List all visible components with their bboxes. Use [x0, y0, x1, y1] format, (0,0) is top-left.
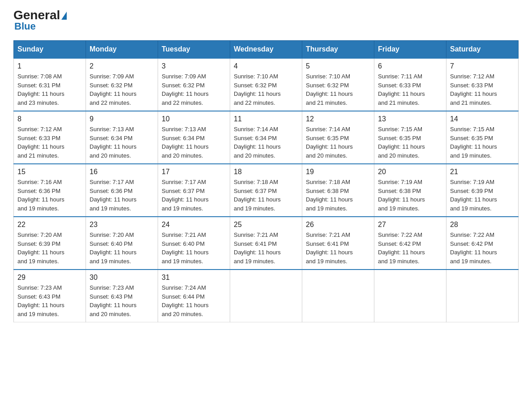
calendar-week-row: 29 Sunrise: 7:23 AMSunset: 6:43 PMDaylig…: [14, 270, 519, 322]
header-tuesday: Tuesday: [158, 41, 230, 59]
day-number: 21: [450, 168, 515, 176]
header-saturday: Saturday: [446, 41, 519, 59]
day-number: 4: [234, 62, 298, 70]
day-number: 29: [17, 274, 82, 282]
day-info: Sunrise: 7:13 AMSunset: 6:34 PMDaylight:…: [162, 125, 226, 160]
day-info: Sunrise: 7:19 AMSunset: 6:39 PMDaylight:…: [450, 178, 515, 213]
day-number: 11: [234, 115, 298, 123]
calendar-cell: 26 Sunrise: 7:21 AMSunset: 6:41 PMDaylig…: [302, 217, 374, 270]
day-number: 7: [450, 62, 515, 70]
day-number: 26: [306, 221, 370, 229]
day-number: 13: [378, 115, 442, 123]
calendar-cell: [446, 270, 519, 322]
calendar-header-row: SundayMondayTuesdayWednesdayThursdayFrid…: [14, 41, 519, 59]
header-thursday: Thursday: [302, 41, 374, 59]
day-number: 12: [306, 115, 370, 123]
day-number: 14: [450, 115, 515, 123]
calendar-cell: 31 Sunrise: 7:24 AMSunset: 6:44 PMDaylig…: [158, 270, 230, 322]
day-number: 28: [450, 221, 515, 229]
calendar-cell: 9 Sunrise: 7:13 AMSunset: 6:34 PMDayligh…: [86, 111, 158, 164]
day-number: 20: [378, 168, 442, 176]
header-friday: Friday: [374, 41, 446, 59]
calendar-cell: 4 Sunrise: 7:10 AMSunset: 6:32 PMDayligh…: [230, 58, 302, 111]
day-number: 17: [162, 168, 226, 176]
page-header: General Blue: [13, 9, 519, 31]
calendar-week-row: 22 Sunrise: 7:20 AMSunset: 6:39 PMDaylig…: [14, 217, 519, 270]
calendar-cell: 24 Sunrise: 7:21 AMSunset: 6:40 PMDaylig…: [158, 217, 230, 270]
day-info: Sunrise: 7:21 AMSunset: 6:41 PMDaylight:…: [234, 231, 298, 265]
calendar-cell: 8 Sunrise: 7:12 AMSunset: 6:33 PMDayligh…: [14, 111, 86, 164]
calendar-cell: 18 Sunrise: 7:18 AMSunset: 6:37 PMDaylig…: [230, 164, 302, 217]
day-info: Sunrise: 7:20 AMSunset: 6:39 PMDaylight:…: [17, 231, 82, 265]
logo: General Blue: [13, 9, 67, 31]
calendar-cell: 2 Sunrise: 7:09 AMSunset: 6:32 PMDayligh…: [86, 58, 158, 111]
calendar-cell: 22 Sunrise: 7:20 AMSunset: 6:39 PMDaylig…: [14, 217, 86, 270]
day-number: 23: [90, 221, 154, 229]
day-info: Sunrise: 7:10 AMSunset: 6:32 PMDaylight:…: [234, 72, 298, 107]
calendar-cell: 13 Sunrise: 7:15 AMSunset: 6:35 PMDaylig…: [374, 111, 446, 164]
day-info: Sunrise: 7:23 AMSunset: 6:43 PMDaylight:…: [17, 283, 82, 318]
day-number: 9: [90, 115, 154, 123]
day-number: 8: [17, 115, 82, 123]
calendar-cell: 17 Sunrise: 7:17 AMSunset: 6:37 PMDaylig…: [158, 164, 230, 217]
day-info: Sunrise: 7:21 AMSunset: 6:40 PMDaylight:…: [162, 231, 226, 265]
day-info: Sunrise: 7:15 AMSunset: 6:35 PMDaylight:…: [378, 125, 442, 160]
calendar-cell: 6 Sunrise: 7:11 AMSunset: 6:33 PMDayligh…: [374, 58, 446, 111]
day-number: 15: [17, 168, 82, 176]
day-info: Sunrise: 7:23 AMSunset: 6:43 PMDaylight:…: [90, 283, 154, 318]
calendar-cell: 14 Sunrise: 7:15 AMSunset: 6:35 PMDaylig…: [446, 111, 519, 164]
day-number: 6: [378, 62, 442, 70]
day-info: Sunrise: 7:10 AMSunset: 6:32 PMDaylight:…: [306, 72, 370, 107]
calendar-cell: 25 Sunrise: 7:21 AMSunset: 6:41 PMDaylig…: [230, 217, 302, 270]
calendar-week-row: 1 Sunrise: 7:08 AMSunset: 6:31 PMDayligh…: [14, 58, 519, 111]
day-number: 24: [162, 221, 226, 229]
day-info: Sunrise: 7:11 AMSunset: 6:33 PMDaylight:…: [378, 72, 442, 107]
calendar-cell: 15 Sunrise: 7:16 AMSunset: 6:36 PMDaylig…: [14, 164, 86, 217]
day-info: Sunrise: 7:09 AMSunset: 6:32 PMDaylight:…: [90, 72, 154, 107]
day-info: Sunrise: 7:14 AMSunset: 6:35 PMDaylight:…: [306, 125, 370, 160]
day-info: Sunrise: 7:22 AMSunset: 6:42 PMDaylight:…: [378, 231, 442, 265]
calendar-week-row: 8 Sunrise: 7:12 AMSunset: 6:33 PMDayligh…: [14, 111, 519, 164]
day-number: 2: [90, 62, 154, 70]
day-number: 30: [90, 274, 154, 282]
day-number: 22: [17, 221, 82, 229]
day-info: Sunrise: 7:19 AMSunset: 6:38 PMDaylight:…: [378, 178, 442, 213]
day-info: Sunrise: 7:17 AMSunset: 6:37 PMDaylight:…: [162, 178, 226, 213]
day-info: Sunrise: 7:22 AMSunset: 6:42 PMDaylight:…: [450, 231, 515, 265]
day-info: Sunrise: 7:18 AMSunset: 6:38 PMDaylight:…: [306, 178, 370, 213]
day-info: Sunrise: 7:18 AMSunset: 6:37 PMDaylight:…: [234, 178, 298, 213]
calendar-cell: 20 Sunrise: 7:19 AMSunset: 6:38 PMDaylig…: [374, 164, 446, 217]
calendar-cell: [302, 270, 374, 322]
calendar-cell: 29 Sunrise: 7:23 AMSunset: 6:43 PMDaylig…: [14, 270, 86, 322]
day-info: Sunrise: 7:15 AMSunset: 6:35 PMDaylight:…: [450, 125, 515, 160]
day-info: Sunrise: 7:21 AMSunset: 6:41 PMDaylight:…: [306, 231, 370, 265]
calendar-cell: 19 Sunrise: 7:18 AMSunset: 6:38 PMDaylig…: [302, 164, 374, 217]
day-number: 18: [234, 168, 298, 176]
day-info: Sunrise: 7:13 AMSunset: 6:34 PMDaylight:…: [90, 125, 154, 160]
logo-blue-text: Blue: [14, 21, 36, 31]
header-wednesday: Wednesday: [230, 41, 302, 59]
day-number: 27: [378, 221, 442, 229]
day-info: Sunrise: 7:16 AMSunset: 6:36 PMDaylight:…: [17, 178, 82, 213]
calendar-cell: 28 Sunrise: 7:22 AMSunset: 6:42 PMDaylig…: [446, 217, 519, 270]
day-info: Sunrise: 7:12 AMSunset: 6:33 PMDaylight:…: [17, 125, 82, 160]
day-number: 31: [162, 274, 226, 282]
calendar-cell: 11 Sunrise: 7:14 AMSunset: 6:34 PMDaylig…: [230, 111, 302, 164]
day-number: 1: [17, 62, 82, 70]
calendar-cell: 10 Sunrise: 7:13 AMSunset: 6:34 PMDaylig…: [158, 111, 230, 164]
calendar-week-row: 15 Sunrise: 7:16 AMSunset: 6:36 PMDaylig…: [14, 164, 519, 217]
calendar-cell: [374, 270, 446, 322]
calendar-cell: 21 Sunrise: 7:19 AMSunset: 6:39 PMDaylig…: [446, 164, 519, 217]
calendar-cell: 30 Sunrise: 7:23 AMSunset: 6:43 PMDaylig…: [86, 270, 158, 322]
day-info: Sunrise: 7:08 AMSunset: 6:31 PMDaylight:…: [17, 72, 82, 107]
day-info: Sunrise: 7:17 AMSunset: 6:36 PMDaylight:…: [90, 178, 154, 213]
day-number: 3: [162, 62, 226, 70]
calendar-cell: 12 Sunrise: 7:14 AMSunset: 6:35 PMDaylig…: [302, 111, 374, 164]
calendar-table: SundayMondayTuesdayWednesdayThursdayFrid…: [13, 40, 519, 322]
header-sunday: Sunday: [14, 41, 86, 59]
day-info: Sunrise: 7:12 AMSunset: 6:33 PMDaylight:…: [450, 72, 515, 107]
day-number: 5: [306, 62, 370, 70]
calendar-cell: [230, 270, 302, 322]
day-info: Sunrise: 7:20 AMSunset: 6:40 PMDaylight:…: [90, 231, 154, 265]
calendar-cell: 27 Sunrise: 7:22 AMSunset: 6:42 PMDaylig…: [374, 217, 446, 270]
